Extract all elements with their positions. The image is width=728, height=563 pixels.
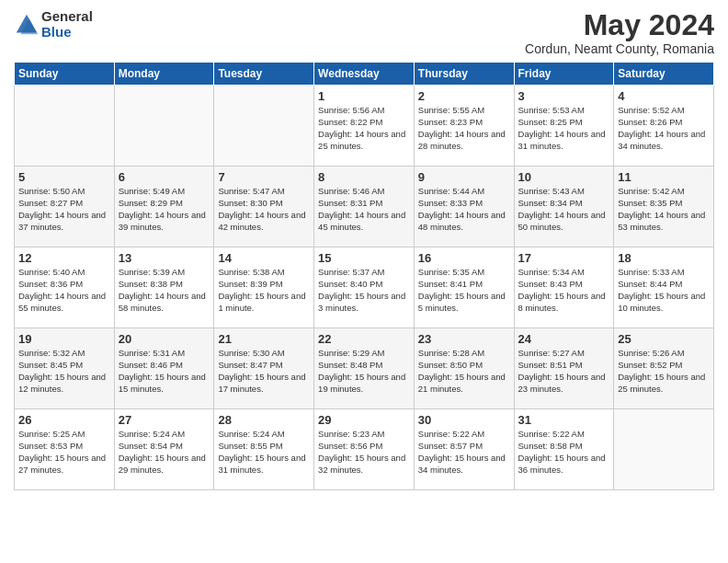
location-subtitle: Cordun, Neamt County, Romania xyxy=(525,41,714,56)
day-info: Sunrise: 5:43 AM Sunset: 8:34 PM Dayligh… xyxy=(518,186,610,233)
day-cell: 19Sunrise: 5:32 AM Sunset: 8:45 PM Dayli… xyxy=(15,328,115,409)
day-cell: 5Sunrise: 5:50 AM Sunset: 8:27 PM Daylig… xyxy=(15,167,115,247)
day-number: 15 xyxy=(318,251,410,265)
day-number: 19 xyxy=(18,332,110,346)
day-info: Sunrise: 5:30 AM Sunset: 8:47 PM Dayligh… xyxy=(218,348,310,395)
calendar-table: Sunday Monday Tuesday Wednesday Thursday… xyxy=(14,62,714,490)
day-number: 11 xyxy=(618,170,710,184)
day-info: Sunrise: 5:55 AM Sunset: 8:23 PM Dayligh… xyxy=(418,105,510,152)
month-title: May 2024 xyxy=(525,9,714,41)
col-wednesday: Wednesday xyxy=(314,63,415,86)
day-cell xyxy=(15,86,115,167)
week-row-3: 12Sunrise: 5:40 AM Sunset: 8:36 PM Dayli… xyxy=(15,247,714,328)
day-cell: 13Sunrise: 5:39 AM Sunset: 8:38 PM Dayli… xyxy=(114,247,214,328)
day-info: Sunrise: 5:49 AM Sunset: 8:29 PM Dayligh… xyxy=(119,186,210,233)
logo: General Blue xyxy=(14,9,93,40)
day-info: Sunrise: 5:52 AM Sunset: 8:26 PM Dayligh… xyxy=(618,105,710,152)
day-cell: 12Sunrise: 5:40 AM Sunset: 8:36 PM Dayli… xyxy=(15,247,115,328)
logo-blue-text: Blue xyxy=(41,25,93,40)
day-number: 8 xyxy=(318,170,410,184)
day-number: 26 xyxy=(18,413,110,427)
day-cell: 4Sunrise: 5:52 AM Sunset: 8:26 PM Daylig… xyxy=(614,86,714,167)
day-number: 27 xyxy=(119,413,210,427)
day-cell: 16Sunrise: 5:35 AM Sunset: 8:41 PM Dayli… xyxy=(414,247,514,328)
logo-general-text: General xyxy=(41,9,93,25)
col-friday: Friday xyxy=(514,63,614,86)
day-cell: 27Sunrise: 5:24 AM Sunset: 8:54 PM Dayli… xyxy=(114,409,214,490)
day-number: 14 xyxy=(218,251,310,265)
day-cell: 9Sunrise: 5:44 AM Sunset: 8:33 PM Daylig… xyxy=(414,167,514,247)
day-info: Sunrise: 5:33 AM Sunset: 8:44 PM Dayligh… xyxy=(618,267,710,314)
day-info: Sunrise: 5:50 AM Sunset: 8:27 PM Dayligh… xyxy=(18,186,110,233)
day-number: 21 xyxy=(218,332,310,346)
day-cell: 2Sunrise: 5:55 AM Sunset: 8:23 PM Daylig… xyxy=(414,86,514,167)
day-number: 16 xyxy=(418,251,510,265)
day-cell: 3Sunrise: 5:53 AM Sunset: 8:25 PM Daylig… xyxy=(514,86,614,167)
week-row-2: 5Sunrise: 5:50 AM Sunset: 8:27 PM Daylig… xyxy=(15,167,714,247)
day-cell: 14Sunrise: 5:38 AM Sunset: 8:39 PM Dayli… xyxy=(214,247,314,328)
day-cell: 15Sunrise: 5:37 AM Sunset: 8:40 PM Dayli… xyxy=(314,247,415,328)
day-info: Sunrise: 5:42 AM Sunset: 8:35 PM Dayligh… xyxy=(618,186,710,233)
day-cell: 7Sunrise: 5:47 AM Sunset: 8:30 PM Daylig… xyxy=(214,167,314,247)
day-number: 18 xyxy=(618,251,710,265)
day-info: Sunrise: 5:26 AM Sunset: 8:52 PM Dayligh… xyxy=(618,348,710,395)
day-info: Sunrise: 5:29 AM Sunset: 8:48 PM Dayligh… xyxy=(318,348,410,395)
col-saturday: Saturday xyxy=(614,63,714,86)
day-info: Sunrise: 5:56 AM Sunset: 8:22 PM Dayligh… xyxy=(318,105,410,152)
day-number: 29 xyxy=(318,413,410,427)
day-number: 13 xyxy=(119,251,210,265)
day-number: 31 xyxy=(518,413,610,427)
day-cell: 26Sunrise: 5:25 AM Sunset: 8:53 PM Dayli… xyxy=(15,409,115,490)
day-cell: 22Sunrise: 5:29 AM Sunset: 8:48 PM Dayli… xyxy=(314,328,415,409)
day-cell xyxy=(114,86,214,167)
day-info: Sunrise: 5:27 AM Sunset: 8:51 PM Dayligh… xyxy=(518,348,610,395)
day-info: Sunrise: 5:46 AM Sunset: 8:31 PM Dayligh… xyxy=(318,186,410,233)
day-cell: 31Sunrise: 5:22 AM Sunset: 8:58 PM Dayli… xyxy=(514,409,614,490)
day-cell: 6Sunrise: 5:49 AM Sunset: 8:29 PM Daylig… xyxy=(114,167,214,247)
title-block: May 2024 Cordun, Neamt County, Romania xyxy=(525,9,714,56)
day-number: 30 xyxy=(418,413,510,427)
day-cell: 29Sunrise: 5:23 AM Sunset: 8:56 PM Dayli… xyxy=(314,409,415,490)
day-info: Sunrise: 5:25 AM Sunset: 8:53 PM Dayligh… xyxy=(18,429,110,476)
day-info: Sunrise: 5:40 AM Sunset: 8:36 PM Dayligh… xyxy=(18,267,110,314)
day-info: Sunrise: 5:31 AM Sunset: 8:46 PM Dayligh… xyxy=(119,348,210,395)
day-cell xyxy=(614,409,714,490)
day-number: 12 xyxy=(18,251,110,265)
day-cell: 10Sunrise: 5:43 AM Sunset: 8:34 PM Dayli… xyxy=(514,167,614,247)
day-cell: 11Sunrise: 5:42 AM Sunset: 8:35 PM Dayli… xyxy=(614,167,714,247)
col-monday: Monday xyxy=(114,63,214,86)
day-number: 10 xyxy=(518,170,610,184)
day-info: Sunrise: 5:44 AM Sunset: 8:33 PM Dayligh… xyxy=(418,186,510,233)
day-number: 22 xyxy=(318,332,410,346)
page-header: General Blue May 2024 Cordun, Neamt Coun… xyxy=(14,9,714,56)
day-number: 3 xyxy=(518,89,610,103)
day-cell: 17Sunrise: 5:34 AM Sunset: 8:43 PM Dayli… xyxy=(514,247,614,328)
calendar-header-row: Sunday Monday Tuesday Wednesday Thursday… xyxy=(15,63,714,86)
day-number: 1 xyxy=(318,89,410,103)
day-info: Sunrise: 5:24 AM Sunset: 8:55 PM Dayligh… xyxy=(218,429,310,476)
day-number: 17 xyxy=(518,251,610,265)
day-cell: 8Sunrise: 5:46 AM Sunset: 8:31 PM Daylig… xyxy=(314,167,415,247)
day-number: 28 xyxy=(218,413,310,427)
day-info: Sunrise: 5:23 AM Sunset: 8:56 PM Dayligh… xyxy=(318,429,410,476)
week-row-5: 26Sunrise: 5:25 AM Sunset: 8:53 PM Dayli… xyxy=(15,409,714,490)
day-number: 7 xyxy=(218,170,310,184)
day-info: Sunrise: 5:53 AM Sunset: 8:25 PM Dayligh… xyxy=(518,105,610,152)
day-number: 9 xyxy=(418,170,510,184)
day-info: Sunrise: 5:38 AM Sunset: 8:39 PM Dayligh… xyxy=(218,267,310,314)
day-cell: 21Sunrise: 5:30 AM Sunset: 8:47 PM Dayli… xyxy=(214,328,314,409)
day-number: 6 xyxy=(119,170,210,184)
day-cell: 25Sunrise: 5:26 AM Sunset: 8:52 PM Dayli… xyxy=(614,328,714,409)
day-info: Sunrise: 5:39 AM Sunset: 8:38 PM Dayligh… xyxy=(119,267,210,314)
logo-text: General Blue xyxy=(41,9,93,40)
day-info: Sunrise: 5:22 AM Sunset: 8:58 PM Dayligh… xyxy=(518,429,610,476)
day-number: 24 xyxy=(518,332,610,346)
day-info: Sunrise: 5:28 AM Sunset: 8:50 PM Dayligh… xyxy=(418,348,510,395)
logo-icon xyxy=(14,12,40,38)
week-row-1: 1Sunrise: 5:56 AM Sunset: 8:22 PM Daylig… xyxy=(15,86,714,167)
day-cell: 30Sunrise: 5:22 AM Sunset: 8:57 PM Dayli… xyxy=(414,409,514,490)
day-number: 20 xyxy=(119,332,210,346)
col-sunday: Sunday xyxy=(15,63,115,86)
day-info: Sunrise: 5:24 AM Sunset: 8:54 PM Dayligh… xyxy=(119,429,210,476)
day-cell: 1Sunrise: 5:56 AM Sunset: 8:22 PM Daylig… xyxy=(314,86,415,167)
